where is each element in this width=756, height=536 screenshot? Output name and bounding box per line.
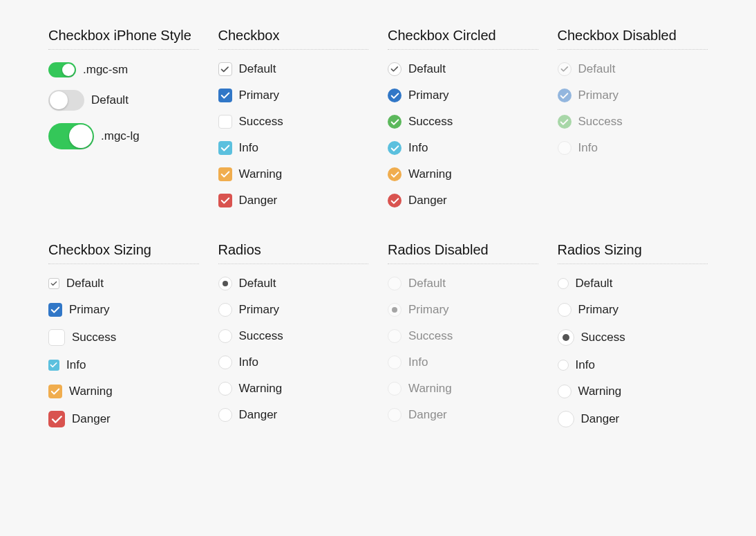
checkbox-circled-info[interactable] [388,141,401,155]
checkbox-success[interactable] [218,115,232,129]
checkbox-circled-warning[interactable] [388,167,401,181]
checkbox-circled-default[interactable] [388,62,401,76]
radio-primary[interactable] [218,303,232,317]
panel-title: Checkbox Disabled [558,28,708,50]
radio-md-warning[interactable] [558,385,571,398]
radio-disabled-primary [388,303,401,317]
toggle-default[interactable] [48,90,84,111]
radio-lg-success[interactable] [558,329,574,346]
checkbox-sizing-row-info: Info [48,358,199,372]
checkbox-default[interactable] [218,62,232,76]
radio-disabled-info [388,355,401,369]
radio-success[interactable] [218,329,232,343]
checkbox-sm-default[interactable] [48,278,59,289]
checkbox-label: Warning [408,167,452,181]
checkbox-md-warning[interactable] [48,385,62,398]
radio-disabled-success [388,329,401,343]
radio-sizing-row-danger: Danger [558,411,708,427]
checkbox-lg-success[interactable] [48,329,65,346]
checkbox-circled-row-default: Default [388,62,538,76]
checkbox-disabled-default [558,62,571,76]
radio-row-primary: Primary [218,303,369,317]
checkbox-primary[interactable] [218,89,232,102]
radio-default[interactable] [218,277,232,290]
checkbox-label: Success [72,331,116,344]
checkbox-label: Info [578,141,598,155]
checkbox-label: Primary [408,89,449,102]
toggle-row-default: Default [48,90,199,111]
checkbox-circled-row-primary: Primary [388,89,538,102]
radio-label: Danger [581,412,620,426]
checkbox-disabled-primary [558,89,571,102]
checkbox-circled-danger[interactable] [388,194,401,207]
radio-sizing-row-default: Default [558,277,708,290]
checkbox-md-primary[interactable] [48,303,62,317]
radio-disabled-row-danger: Danger [388,408,538,422]
radio-disabled-row-warning: Warning [388,382,538,396]
radio-disabled-danger [388,408,401,422]
checkbox-label: Success [239,115,283,129]
checkbox-circled-row-warning: Warning [388,167,538,181]
radio-label: Primary [239,303,280,317]
panel-checkbox: Checkbox Default Primary Success Info Wa… [218,28,369,207]
radio-label: Success [408,329,453,343]
checkbox-circled-primary[interactable] [388,89,401,102]
checkbox-sizing-row-danger: Danger [48,411,199,427]
check-icon [50,305,60,315]
toggle-lg[interactable] [48,123,94,149]
toggle-row-lg: .mgc-lg [48,123,199,149]
radio-sm-info[interactable] [558,360,569,371]
checkbox-label: Default [408,62,446,76]
radio-warning[interactable] [218,382,232,396]
toggle-label: Default [91,93,129,107]
checkbox-label: Primary [578,89,619,102]
panel-checkbox-circled: Checkbox Circled Default Primary Success… [388,28,538,207]
radio-dot-icon [392,307,397,313]
checkbox-lg-danger[interactable] [48,411,65,427]
toggle-sm[interactable] [48,62,76,77]
radio-row-default: Default [218,277,369,290]
radio-danger[interactable] [218,408,232,422]
radio-label: Danger [408,408,447,422]
radio-disabled-warning [388,382,401,396]
panel-checkbox-sizing: Checkbox Sizing Default Primary Success … [48,242,199,427]
checkbox-disabled-row-info: Info [558,141,708,155]
checkbox-circled-row-success: Success [388,115,538,129]
panel-title: Radios Sizing [558,242,708,264]
toggle-knob [62,64,75,76]
radio-sizing-row-warning: Warning [558,385,708,398]
radio-label: Primary [408,303,449,317]
checkbox-sm-info[interactable] [48,360,59,371]
checkbox-disabled-row-default: Default [558,62,708,76]
check-icon [390,144,399,153]
check-icon [390,118,399,127]
checkbox-circled-success[interactable] [388,115,401,129]
radio-label: Warning [239,382,283,396]
radio-disabled-row-primary: Primary [388,303,538,317]
radio-info[interactable] [218,355,232,369]
radio-sm-default[interactable] [558,278,569,289]
checkbox-danger[interactable] [218,194,232,207]
panel-title: Radios [218,242,369,264]
panel-checkbox-disabled: Checkbox Disabled Default Primary Succes… [558,28,708,207]
radio-md-primary[interactable] [558,303,571,317]
radio-sizing-row-primary: Primary [558,303,708,317]
check-icon [50,387,60,396]
panel-title: Checkbox Sizing [48,242,199,264]
checkbox-info[interactable] [218,141,232,155]
radio-label: Warning [408,382,452,396]
toggle-label: .mgc-lg [101,129,140,143]
checkbox-label: Danger [408,194,447,207]
check-icon [390,91,399,100]
check-icon [560,118,569,127]
checkbox-row-success: Success [218,115,369,129]
radio-lg-danger[interactable] [558,411,574,427]
checkbox-label: Success [408,115,453,129]
toggle-row-sm: .mgc-sm [48,62,199,77]
radio-label: Danger [239,408,278,422]
panel-title: Checkbox [218,28,369,50]
checkbox-circled-row-danger: Danger [388,194,538,207]
checkbox-warning[interactable] [218,167,232,181]
checkbox-label: Danger [72,412,111,426]
panel-title: Checkbox iPhone Style [48,28,199,50]
